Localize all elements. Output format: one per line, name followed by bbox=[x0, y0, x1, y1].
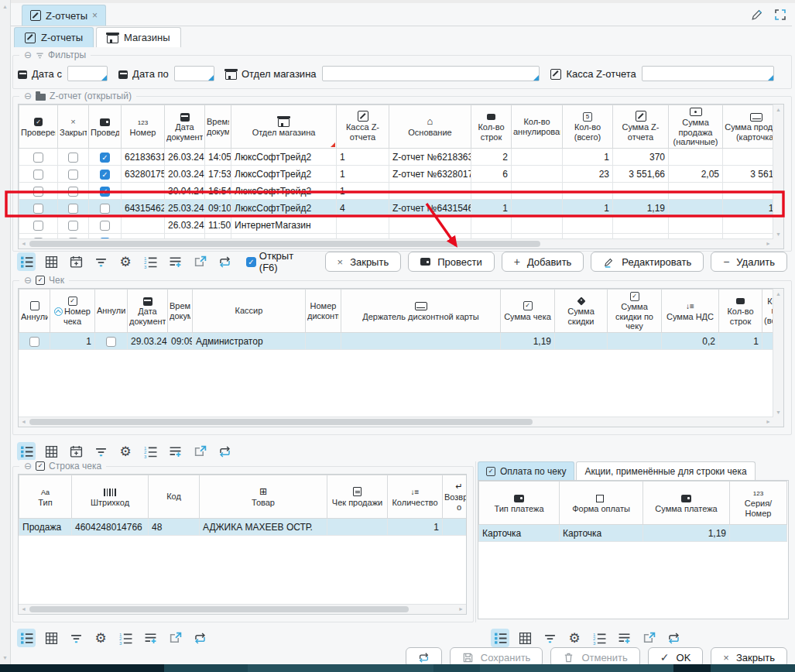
cell-store-dept[interactable]: ЛюксСофтТрейд2 bbox=[231, 149, 337, 166]
row-checkbox[interactable] bbox=[68, 153, 78, 163]
column-header-number[interactable]: 123Номер bbox=[122, 105, 165, 149]
grid-view-icon[interactable] bbox=[516, 629, 534, 647]
tab-promotions[interactable]: Акции, применённые для строки чека bbox=[576, 461, 755, 480]
row-checkbox[interactable] bbox=[100, 221, 110, 231]
scroll-up-icon[interactable]: ▲ bbox=[2, 4, 8, 9]
cell-total-count[interactable] bbox=[563, 183, 613, 200]
row-checkbox[interactable]: ✓ bbox=[100, 153, 110, 163]
cell-zreport-sum[interactable] bbox=[613, 217, 669, 234]
column-header-quantity[interactable]: ↓≡Количество bbox=[388, 475, 443, 519]
grid-view-icon[interactable] bbox=[42, 629, 60, 647]
cell-sale-check[interactable] bbox=[327, 519, 388, 536]
calendar-add-icon[interactable] bbox=[67, 442, 85, 461]
cell-number[interactable] bbox=[122, 217, 165, 234]
numbered-list-icon[interactable]: 123 bbox=[141, 442, 159, 461]
cell-card-sale-sum[interactable]: 1,19 bbox=[723, 200, 774, 217]
cell-posted[interactable] bbox=[89, 200, 122, 217]
refresh-loop-icon[interactable] bbox=[215, 442, 234, 461]
settings-icon[interactable]: ⚙ bbox=[116, 252, 135, 271]
settings-icon[interactable]: ⚙ bbox=[565, 629, 584, 647]
row-checkbox[interactable] bbox=[33, 221, 43, 231]
settings-icon[interactable]: ⚙ bbox=[91, 629, 110, 647]
cell-lines-count[interactable]: 6 bbox=[471, 166, 512, 183]
cell-doc-time[interactable]: 09:09 bbox=[168, 333, 193, 350]
table-row[interactable]: 6431546225.03.2409:10ЛюксСофтТрейд24Z-от… bbox=[19, 200, 774, 217]
column-header-discount-number[interactable]: Номер дисконтной bbox=[306, 290, 341, 333]
cell-doc-time[interactable]: 17:53 bbox=[205, 166, 231, 183]
add-row-icon[interactable] bbox=[166, 252, 184, 271]
cell-closed[interactable] bbox=[58, 166, 89, 183]
tab-zreports[interactable]: Z-отчеты bbox=[14, 27, 94, 47]
filter-input-store-dept[interactable] bbox=[322, 66, 540, 81]
cell-lines-count[interactable]: 1 bbox=[471, 200, 512, 217]
cell-doc-date[interactable]: 30.04.24 bbox=[165, 183, 205, 200]
table-row[interactable]: ✓6328017520.03.2417:53ЛюксСофтТрейд21Z-о… bbox=[19, 166, 774, 183]
grid-view-icon[interactable] bbox=[42, 442, 60, 461]
filter-icon[interactable] bbox=[67, 629, 85, 647]
cell-doc-date[interactable]: 29.03.24 bbox=[128, 333, 168, 350]
open-external-icon[interactable] bbox=[639, 629, 658, 647]
cell-basis[interactable] bbox=[389, 183, 471, 200]
tab-stores[interactable]: Магазины bbox=[96, 27, 181, 47]
list-view-icon[interactable] bbox=[491, 629, 509, 647]
column-header-doc-date[interactable]: Дата документа bbox=[128, 290, 168, 333]
cell-zreport-cash[interactable]: 4 bbox=[337, 200, 389, 217]
row-checkbox[interactable] bbox=[29, 337, 39, 347]
collapse-icon[interactable]: ⊖ bbox=[24, 461, 32, 471]
column-header-cashier[interactable]: Кассир bbox=[193, 290, 306, 333]
cell-return[interactable] bbox=[443, 519, 467, 536]
table-row[interactable]: КарточкаКарточка1,19 bbox=[479, 525, 787, 542]
collapse-icon[interactable]: ⊖ bbox=[24, 50, 32, 60]
cell-code[interactable]: 48 bbox=[149, 519, 200, 536]
add-row-icon[interactable] bbox=[615, 629, 633, 647]
cell-doc-date[interactable]: 25.03.24 bbox=[165, 200, 205, 217]
grid-view-icon[interactable] bbox=[42, 252, 60, 271]
column-header-code[interactable]: Код bbox=[149, 475, 200, 519]
cell-basis[interactable] bbox=[389, 217, 471, 234]
column-header-return[interactable]: ↵Возврат о bbox=[443, 475, 467, 519]
tab-payment-by-check[interactable]: ✓ Оплата по чеку bbox=[478, 461, 574, 480]
cell-doc-date[interactable]: 26.03.24 bbox=[165, 149, 205, 166]
cell-discount-number[interactable] bbox=[306, 333, 341, 350]
cell-annulled-count[interactable] bbox=[512, 149, 563, 166]
cell-total-count[interactable]: 1 bbox=[563, 149, 613, 166]
cell-zreport-cash[interactable] bbox=[337, 217, 389, 234]
numbered-list-icon[interactable]: 123 bbox=[116, 629, 135, 647]
horizontal-scrollbar[interactable]: ◄► bbox=[19, 417, 773, 427]
cell-closed[interactable] bbox=[58, 217, 89, 234]
cell-discount-holder[interactable] bbox=[341, 333, 501, 350]
collapse-icon[interactable]: ⊖ bbox=[24, 276, 32, 285]
filter-icon[interactable] bbox=[91, 252, 110, 271]
cell-quantity[interactable]: 1 bbox=[388, 519, 443, 536]
cell-posted[interactable] bbox=[89, 217, 122, 234]
cell-basis[interactable]: Z-отчет №64315462 bbox=[389, 200, 471, 217]
cell-number[interactable] bbox=[122, 183, 165, 200]
page-vertical-scrollbar[interactable]: ▲ ▼ bbox=[0, 0, 11, 664]
cell-store-dept[interactable]: ЛюксСофтТрейд2 bbox=[231, 183, 337, 200]
cell-total-count[interactable] bbox=[762, 333, 774, 350]
column-header-doc-date[interactable]: Дата документа bbox=[165, 105, 205, 149]
refresh-loop-icon[interactable] bbox=[664, 629, 683, 647]
column-header-card-sale-sum[interactable]: Сумма продажа (карточка) bbox=[723, 105, 774, 149]
post-button[interactable]: Провести bbox=[408, 252, 495, 272]
cell-barcode[interactable]: 4604248014766 bbox=[72, 519, 149, 536]
column-header-lines-count[interactable]: Кол-во строк bbox=[471, 105, 512, 149]
column-header-zreport-cash[interactable]: Касса Z-отчета bbox=[337, 105, 389, 149]
vertical-scrollbar[interactable]: ▲▼ bbox=[773, 289, 783, 417]
open-f6-checkbox[interactable]: ✓ Открыт (F6) bbox=[246, 250, 314, 273]
numbered-list-icon[interactable]: 123 bbox=[590, 629, 608, 647]
cell-doc-time[interactable]: 09:10 bbox=[205, 200, 231, 217]
column-header-check-sum[interactable]: ✓Сумма чека bbox=[501, 290, 555, 333]
column-header-annulled[interactable]: Аннулированый bbox=[95, 290, 128, 333]
cell-closed[interactable] bbox=[58, 183, 89, 200]
column-header-check-number[interactable]: ✓Номер чека bbox=[50, 290, 95, 333]
cell-total-count[interactable] bbox=[563, 217, 613, 234]
column-header-payment-form[interactable]: Форма оплаты bbox=[560, 482, 643, 525]
row-checkbox[interactable] bbox=[68, 204, 78, 214]
add-row-icon[interactable] bbox=[141, 629, 159, 647]
horizontal-scrollbar[interactable]: ◄► bbox=[19, 238, 773, 249]
filter-input-zreport-cash[interactable] bbox=[642, 66, 774, 81]
scroll-down-icon[interactable]: ▼ bbox=[2, 655, 8, 660]
cell-annulled-count[interactable] bbox=[512, 183, 563, 200]
close-tab-icon[interactable]: × bbox=[92, 10, 98, 21]
